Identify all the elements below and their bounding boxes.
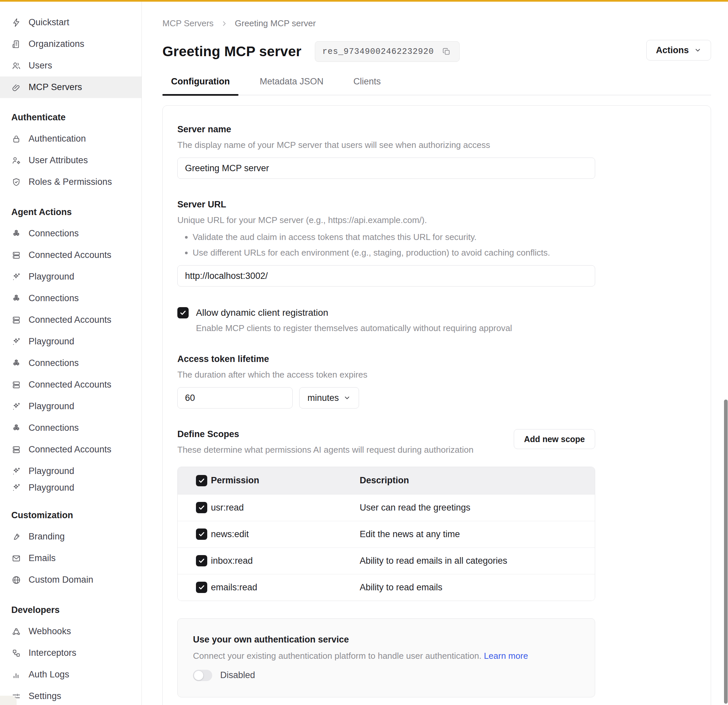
- sidebar-item-auth-logs[interactable]: Auth Logs: [0, 664, 142, 685]
- tab-metadata-json[interactable]: Metadata JSON: [251, 77, 332, 95]
- sidebar-item-label: Organizations: [29, 39, 84, 49]
- sidebar-item-label: Playground: [29, 401, 74, 411]
- sidebar-item-user-attributes[interactable]: User Attributes: [0, 149, 142, 171]
- breadcrumb-mcp-servers[interactable]: MCP Servers: [162, 18, 214, 29]
- dynamic-registration-checkbox[interactable]: [177, 307, 189, 318]
- token-lifetime-unit-value: minutes: [308, 393, 339, 403]
- server-name-input[interactable]: [177, 158, 595, 179]
- sidebar-item-label: Authentication: [29, 134, 86, 144]
- tab-configuration[interactable]: Configuration: [162, 77, 238, 95]
- sidebar-item-connections[interactable]: Connections: [0, 223, 142, 244]
- permission-description: Ability to read emails: [360, 582, 582, 593]
- permissions-table-header: PermissionDescription: [178, 467, 595, 494]
- cubes-icon: [11, 358, 21, 368]
- own-auth-toggle[interactable]: [193, 670, 212, 681]
- server-url-bullet: Validate the aud claim in access tokens …: [193, 231, 595, 243]
- sidebar-item-label: Emails: [29, 553, 56, 563]
- sidebar-item-interceptors[interactable]: Interceptors: [0, 642, 142, 664]
- sidebar-item-label: Webhooks: [29, 626, 71, 637]
- sidebar-item-label: Connected Accounts: [29, 444, 111, 455]
- server-url-bullets: Validate the aud claim in access tokens …: [193, 231, 595, 259]
- sparkle-icon: [11, 483, 21, 492]
- actions-button[interactable]: Actions: [646, 40, 711, 61]
- actions-button-label: Actions: [656, 45, 689, 55]
- sidebar-item-mcp-servers[interactable]: MCP Servers: [0, 77, 142, 98]
- sidebar-item-webhooks[interactable]: Webhooks: [0, 621, 142, 642]
- environment-banner: [0, 0, 728, 1]
- sidebar-item-label: Connections: [29, 228, 79, 239]
- tab-clients[interactable]: Clients: [345, 77, 390, 95]
- sidebar-item-connections[interactable]: Connections: [0, 288, 142, 309]
- sidebar-item-emails[interactable]: Emails: [0, 547, 142, 569]
- scopes-section: Define Scopes These determine what permi…: [177, 429, 595, 601]
- toggle-knob: [194, 670, 204, 680]
- server-name-label: Server name: [177, 124, 595, 135]
- sidebar-item-users[interactable]: Users: [0, 55, 142, 77]
- sidebar-item-label: Connected Accounts: [29, 315, 111, 325]
- sparkle-icon: [11, 401, 21, 411]
- learn-more-link[interactable]: Learn more: [484, 651, 528, 661]
- sidebar-item-connections[interactable]: Connections: [0, 417, 142, 439]
- token-lifetime-input[interactable]: [177, 387, 293, 408]
- sidebar-item-label: Playground: [29, 483, 74, 493]
- token-lifetime-unit-select[interactable]: minutes: [299, 387, 359, 408]
- permission-checkbox[interactable]: [196, 555, 207, 566]
- own-auth-description: Connect your existing authentication pla…: [193, 651, 579, 661]
- permission-checkbox[interactable]: [196, 502, 207, 513]
- main-content: MCP Servers Greeting MCP server Greeting…: [142, 1, 728, 705]
- sidebar-item-label: Custom Domain: [29, 575, 93, 585]
- sidebar-item-playground[interactable]: Playground: [0, 460, 142, 482]
- resource-id-badge: res_97349002462232920: [315, 41, 460, 62]
- server-url-bullet: Use different URLs for each environment …: [193, 247, 595, 259]
- add-new-scope-button[interactable]: Add new scope: [514, 429, 595, 449]
- scrollbar-thumb[interactable]: [724, 400, 728, 704]
- permission-name: news:edit: [211, 529, 360, 540]
- sidebar-item-playground[interactable]: Playground: [0, 266, 142, 288]
- sidebar-item-label: Interceptors: [29, 648, 77, 658]
- token-lifetime-label: Access token lifetime: [177, 354, 595, 364]
- sidebar-item-quickstart[interactable]: Quickstart: [0, 12, 142, 33]
- sidebar-item-connected-accounts[interactable]: Connected Accounts: [0, 244, 142, 266]
- corner-widget: [0, 696, 17, 705]
- own-auth-panel: Use your own authentication service Conn…: [177, 618, 595, 697]
- server-name-field: Server name The display name of your MCP…: [177, 124, 595, 179]
- own-auth-title: Use your own authentication service: [193, 634, 579, 645]
- sidebar-item-branding[interactable]: Branding: [0, 526, 142, 547]
- mail-icon: [11, 553, 21, 563]
- sidebar-item-authentication[interactable]: Authentication: [0, 128, 142, 149]
- sidebar-section-agent-actions: Agent Actions: [0, 201, 142, 223]
- sidebar-item-custom-domain[interactable]: Custom Domain: [0, 569, 142, 591]
- users-icon: [11, 61, 21, 71]
- page: QuickstartOrganizationsUsersMCP ServersA…: [0, 0, 728, 705]
- chevron-right-icon: [221, 20, 227, 27]
- sidebar-item-connected-accounts[interactable]: Connected Accounts: [0, 309, 142, 331]
- sidebar-item-organizations[interactable]: Organizations: [0, 33, 142, 55]
- tab-bar: Configuration Metadata JSON Clients: [162, 77, 711, 96]
- dynamic-registration-label[interactable]: Allow dynamic client registration: [196, 307, 328, 318]
- dynamic-registration-description: Enable MCP clients to register themselve…: [196, 323, 595, 333]
- organizations-icon: [11, 39, 21, 49]
- chevron-down-icon: [694, 46, 701, 54]
- sidebar-section-developers: Developers: [0, 599, 142, 621]
- sidebar-item-settings[interactable]: Settings: [0, 685, 142, 705]
- select-all-checkbox[interactable]: [196, 475, 207, 486]
- sidebar-item-label: Roles & Permissions: [29, 177, 112, 187]
- cubes-icon: [11, 423, 21, 433]
- sidebar-item-playground[interactable]: Playground: [0, 331, 142, 352]
- sidebar-item-label: Playground: [29, 336, 74, 347]
- sidebar-item-playground[interactable]: Playground: [0, 482, 142, 496]
- permission-row-emails-read: emails:readAbility to read emails: [178, 574, 595, 601]
- sidebar-item-roles-permissions[interactable]: Roles & Permissions: [0, 171, 142, 193]
- globe-icon: [11, 575, 21, 585]
- sidebar-item-label: Auth Logs: [29, 669, 69, 680]
- sidebar-item-playground[interactable]: Playground: [0, 395, 142, 417]
- bar-chart-icon: [11, 670, 21, 680]
- permission-checkbox[interactable]: [196, 582, 207, 593]
- server-url-input[interactable]: [177, 265, 595, 287]
- sidebar-item-connections[interactable]: Connections: [0, 352, 142, 374]
- permission-checkbox[interactable]: [196, 528, 207, 540]
- copy-icon[interactable]: [441, 46, 452, 57]
- sidebar-item-connected-accounts[interactable]: Connected Accounts: [0, 374, 142, 395]
- user-attributes-icon: [11, 156, 21, 165]
- sidebar-item-connected-accounts[interactable]: Connected Accounts: [0, 439, 142, 460]
